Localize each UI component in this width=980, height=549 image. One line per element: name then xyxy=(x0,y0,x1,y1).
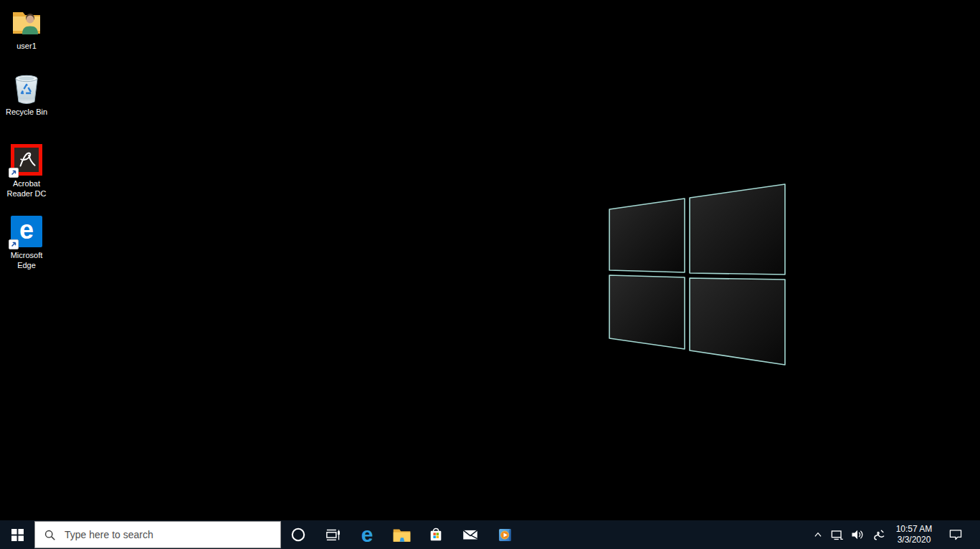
search-box[interactable] xyxy=(34,521,281,548)
search-input[interactable] xyxy=(63,528,252,541)
taskbar-clock[interactable]: 10:57 AM 3/3/2020 xyxy=(888,524,940,545)
cortana-icon xyxy=(290,527,306,543)
cortana-button[interactable] xyxy=(281,520,315,549)
desktop-icon-recycle-bin[interactable]: Recycle Bin xyxy=(2,72,51,117)
network-icon xyxy=(830,528,844,542)
ink-workspace-button[interactable] xyxy=(868,520,888,549)
desktop-icon-label: Microsoft Edge xyxy=(2,250,51,270)
network-button[interactable] xyxy=(827,520,847,549)
ink-workspace-icon xyxy=(872,528,885,542)
desktop-icon-edge[interactable]: e Microsoft Edge xyxy=(2,215,51,270)
shortcut-arrow-icon xyxy=(9,239,19,249)
windows-logo xyxy=(608,183,786,366)
recycle-bin-icon xyxy=(10,72,43,105)
desktop-icon-label: Acrobat Reader DC xyxy=(2,178,51,199)
taskbar-edge-button[interactable]: e xyxy=(350,520,384,549)
desktop-icon-acrobat[interactable]: Acrobat Reader DC xyxy=(2,143,51,199)
store-button[interactable] xyxy=(419,520,453,549)
hidden-icons-button[interactable] xyxy=(809,520,827,549)
task-view-icon xyxy=(323,525,342,544)
chevron-up-icon xyxy=(813,530,823,540)
edge-icon: e xyxy=(361,524,374,545)
desktop-icon-label: user1 xyxy=(16,41,37,51)
desktop-icon-user1[interactable]: user1 xyxy=(2,6,51,51)
mail-button[interactable] xyxy=(453,520,487,549)
taskbar: e xyxy=(0,520,980,549)
clock-date: 3/3/2020 xyxy=(898,535,931,545)
store-icon xyxy=(427,525,445,544)
shortcut-arrow-icon xyxy=(9,168,19,178)
desktop-surface[interactable] xyxy=(0,0,980,549)
start-button[interactable] xyxy=(0,520,34,549)
action-center-button[interactable] xyxy=(940,520,971,549)
volume-button[interactable] xyxy=(847,520,868,549)
file-explorer-icon xyxy=(392,526,411,543)
media-player-button[interactable] xyxy=(487,520,522,549)
task-view-button[interactable] xyxy=(315,520,350,549)
volume-icon xyxy=(850,527,865,542)
user-folder-icon xyxy=(10,6,43,39)
action-center-icon xyxy=(948,527,964,543)
acrobat-reader-icon xyxy=(10,143,43,176)
desktop-icon-label: Recycle Bin xyxy=(6,107,47,117)
media-player-icon xyxy=(495,525,515,545)
file-explorer-button[interactable] xyxy=(384,520,419,549)
windows-start-icon xyxy=(11,529,24,541)
search-icon xyxy=(44,529,56,541)
system-tray: 10:57 AM 3/3/2020 xyxy=(809,520,980,549)
mail-icon xyxy=(460,525,480,544)
windows-desktop: user1 Recycle Bin xyxy=(0,0,980,549)
clock-time: 10:57 AM xyxy=(896,524,933,535)
microsoft-edge-icon: e xyxy=(10,215,43,248)
